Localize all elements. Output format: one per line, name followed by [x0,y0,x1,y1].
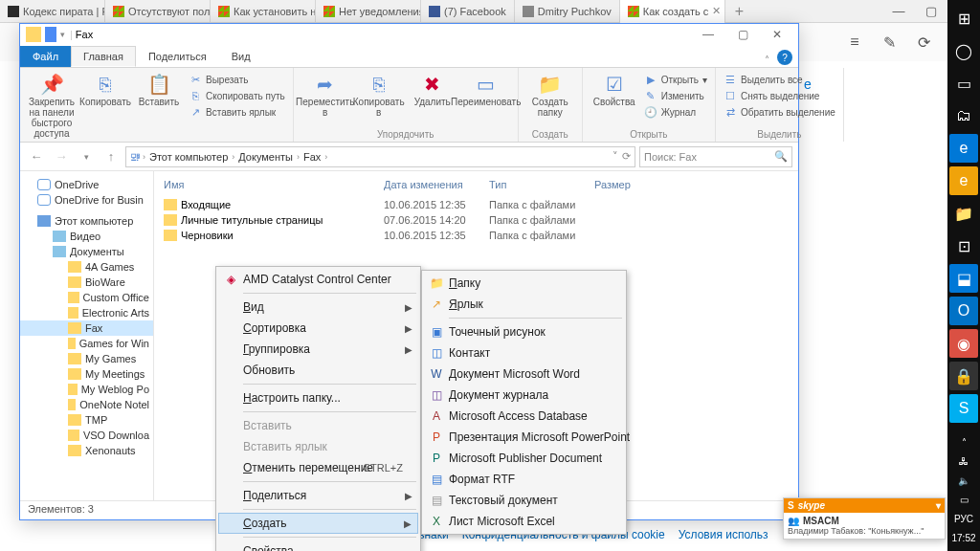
context-menu-new[interactable]: 📁Папку↗Ярлык▣Точечный рисунок◫КонтактWДо… [421,270,627,535]
taskbar-app-icon[interactable]: e [949,166,978,195]
rename-button[interactable]: ▭Переименовать [460,70,512,109]
sidebar-folder[interactable]: 4A Games [20,259,153,275]
addr-dropdown-icon[interactable]: ˅ [612,150,618,163]
taskbar-app-icon[interactable]: 🔒 [949,362,978,390]
selectall-button[interactable]: ☰Выделить все [722,72,837,87]
newfolder-button[interactable]: 📁Создать папку [524,70,576,120]
taskbar-app-icon[interactable]: 📁 [949,199,978,228]
window-maximize[interactable]: ▢ [725,24,760,45]
menu-item[interactable]: Поделиться▶ [218,485,418,506]
menu-item[interactable]: ◫Документ журнала [424,385,624,406]
sidebar-folder[interactable]: Xenonauts [20,443,153,458]
hub-icon[interactable]: ≡ [844,32,865,53]
pin-button[interactable]: 📌Закрепить на панели быстрого доступа [26,70,78,141]
dropdown-icon[interactable]: ▾ [58,30,67,39]
menu-item[interactable]: WДокумент Microsoft Word [424,364,624,385]
sidebar-folder[interactable]: My Games [20,351,153,366]
copy-button[interactable]: ⎘Копировать [79,70,131,109]
moveto-button[interactable]: ➦Переместить в [300,70,351,120]
close-icon[interactable]: ✕ [712,5,721,17]
skype-notification[interactable]: Sskype▾ 👥MSACM Владимир Табаков: "Коньяк… [783,497,946,540]
menu-item[interactable]: PПрезентация Microsoft PowerPoint [424,427,624,448]
tab-share[interactable]: Поделиться [136,46,219,67]
menu-item[interactable]: 📁Папку [424,273,624,294]
language-indicator[interactable]: РУС [954,511,973,526]
close-icon[interactable]: ▾ [936,500,941,511]
system-tray[interactable]: ˄ 🖧 🔈 ▭ РУС 17:52 [947,434,980,551]
nav-sidebar[interactable]: OneDrive OneDrive for Busin Этот компьют… [20,171,154,500]
taskbar-app-icon[interactable]: S [949,394,978,423]
browser-tab[interactable]: Нет уведомления [316,0,421,23]
browser-tab[interactable]: (7) Facebook [421,0,515,23]
back-button[interactable]: ← [26,146,47,167]
clock[interactable]: 17:52 [951,530,975,545]
search-input[interactable]: Поиск: Fax 🔍 [639,146,792,167]
sidebar-folder[interactable]: BioWare [20,275,153,290]
browser-max[interactable]: ▢ [915,0,947,23]
new-tab-button[interactable]: + [725,3,753,20]
breadcrumb[interactable]: 🖳 › Этот компьютер› Документы› Fax› ˅⟳ [125,146,635,167]
menu-item[interactable]: ▣Точечный рисунок [424,321,624,342]
tab-file[interactable]: Файл [20,46,71,67]
ribbon-collapse-icon[interactable]: ˄ [759,53,775,67]
selectinvert-button[interactable]: ⇄Обратить выделение [722,104,837,120]
notification-icon[interactable]: ▭ [960,492,969,507]
history-button[interactable]: 🕘Журнал [642,104,709,120]
sidebar-folder[interactable]: My Weblog Po [20,382,153,397]
menu-item[interactable]: ◈AMD Catalyst Control Center [218,269,418,290]
menu-item[interactable]: AMicrosoft Access Database [424,406,624,427]
browser-tab[interactable]: Как создать с✕ [620,0,725,23]
note-icon[interactable]: ✎ [879,32,900,53]
copypath-button[interactable]: ⎘Скопировать путь [187,88,287,103]
menu-item[interactable]: Группировка▶ [218,339,418,360]
window-close[interactable]: ✕ [760,24,794,45]
taskbar-app-icon[interactable]: ◯ [949,36,978,65]
menu-item[interactable]: Отменить перемещениеCTRL+Z [218,457,418,478]
paste-button[interactable]: 📋Вставить [133,70,185,109]
file-row[interactable]: Черновики10.06.2015 12:35Папка с файлами [164,228,789,243]
sidebar-folder[interactable]: Electronic Arts [20,305,153,320]
forward-button[interactable]: → [51,146,72,167]
taskbar-app-icon[interactable]: 🗂 [949,101,978,130]
search-icon[interactable]: 🔍 [774,150,788,163]
share-icon[interactable]: ⟳ [913,32,934,53]
taskbar-app-icon[interactable]: e [949,134,978,163]
browser-tab[interactable]: Отсутствуют пол [105,0,211,23]
sidebar-documents[interactable]: Документы [20,244,153,259]
menu-item[interactable]: ↗Ярлык [424,294,624,315]
cut-button[interactable]: ✂Вырезать [187,72,287,87]
recent-dropdown[interactable]: ▾ [76,146,97,167]
sidebar-onedrive-biz[interactable]: OneDrive for Busin [20,192,153,208]
selectnone-button[interactable]: ☐Снять выделение [722,88,837,103]
tab-home[interactable]: Главная [71,46,136,67]
browser-min[interactable]: — [882,0,915,23]
column-headers[interactable]: Имя Дата изменения Тип Размер [164,177,789,197]
taskbar-app-icon[interactable]: ◉ [949,329,978,358]
refresh-icon[interactable]: ⟳ [622,150,631,163]
taskbar[interactable]: ⊞◯▭🗂ee📁⊡⬓O◉🔒S ˄ 🖧 🔈 ▭ РУС 17:52 [947,0,980,551]
tray-up-icon[interactable]: ˄ [962,434,967,450]
properties-button[interactable]: ☑Свойства [589,70,640,109]
sidebar-folder[interactable]: Games for Win [20,336,153,351]
taskbar-app-icon[interactable]: ⊡ [949,231,978,260]
sidebar-folder[interactable]: TMP [20,412,153,428]
window-minimize[interactable]: — [691,24,725,45]
menu-item[interactable]: PMicrosoft Publisher Document [424,448,624,469]
taskbar-app-icon[interactable]: ▭ [949,69,978,98]
copyto-button[interactable]: ⎘Копировать в [353,70,405,120]
menu-item[interactable]: Создать▶ [218,513,418,534]
tab-view[interactable]: Вид [219,46,263,67]
menu-item[interactable]: XЛист Microsoft Excel [424,511,624,532]
open-button[interactable]: ▶Открыть▾ [642,72,709,87]
pasteshortcut-button[interactable]: ↗Вставить ярлык [187,104,287,120]
menu-item[interactable]: Настроить папку... [218,387,418,408]
up-button[interactable]: ↑ [100,146,122,167]
taskbar-app-icon[interactable]: O [949,297,978,325]
network-icon[interactable]: 🖧 [959,453,969,469]
browser-tab[interactable]: Dmitry Puchkov [515,0,620,23]
volume-icon[interactable]: 🔈 [958,473,969,488]
menu-item[interactable]: ▤Текстовый документ [424,490,624,511]
sidebar-onedrive[interactable]: OneDrive [20,177,153,192]
browser-tab[interactable]: Как установить н [211,0,316,23]
sidebar-folder[interactable]: My Meetings [20,366,153,382]
